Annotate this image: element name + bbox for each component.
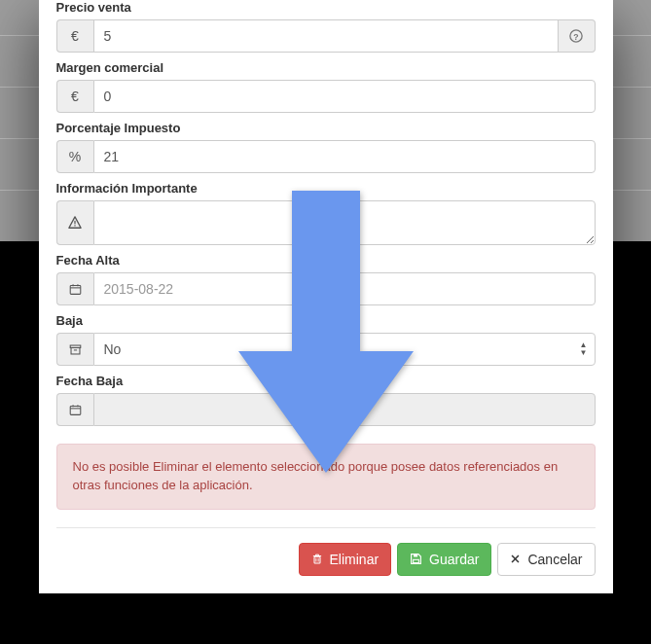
cancelar-button[interactable]: Cancelar xyxy=(497,543,595,576)
guardar-button[interactable]: Guardar xyxy=(397,543,491,576)
input-fecha-baja xyxy=(93,393,596,426)
label-precio-venta: Precio venta xyxy=(56,0,596,15)
calendar-icon xyxy=(56,393,93,426)
modal-footer: Eliminar Guardar Cancelar xyxy=(56,527,596,576)
close-icon xyxy=(510,554,521,564)
guardar-button-label: Guardar xyxy=(429,552,479,567)
field-fecha-alta: Fecha Alta xyxy=(56,253,596,305)
label-margen-comercial: Margen comercial xyxy=(56,60,596,75)
field-baja: Baja No ▲▼ xyxy=(56,313,596,366)
input-fecha-alta[interactable] xyxy=(93,272,596,305)
svg-rect-11 xyxy=(70,406,81,414)
error-alert: No es posible Eliminar el elemento selec… xyxy=(56,444,596,510)
warning-icon xyxy=(56,200,93,245)
svg-rect-4 xyxy=(70,285,81,294)
archive-icon xyxy=(56,333,93,366)
label-fecha-alta: Fecha Alta xyxy=(56,253,596,268)
field-fecha-baja: Fecha Baja xyxy=(56,374,596,426)
input-precio-venta[interactable] xyxy=(93,19,559,53)
label-info-importante: Información Importante xyxy=(56,181,596,196)
svg-rect-22 xyxy=(414,560,419,563)
svg-rect-3 xyxy=(74,225,75,226)
field-info-importante: Información Importante xyxy=(56,181,596,245)
modal-form: Precio venta € ? Margen comercial € Porc… xyxy=(39,0,613,593)
euro-icon: € xyxy=(56,19,93,53)
eliminar-button-label: Eliminar xyxy=(330,552,380,567)
eliminar-button[interactable]: Eliminar xyxy=(299,543,392,576)
calendar-icon xyxy=(56,272,93,305)
svg-rect-2 xyxy=(74,221,75,225)
field-precio-venta: Precio venta € ? xyxy=(56,0,596,53)
field-margen-comercial: Margen comercial € xyxy=(56,60,596,113)
svg-text:?: ? xyxy=(573,32,578,42)
textarea-info-importante[interactable] xyxy=(93,200,596,245)
label-porcentaje-impuesto: Porcentaje Impuesto xyxy=(56,121,596,135)
trash-icon xyxy=(311,553,323,565)
svg-rect-23 xyxy=(414,555,417,556)
svg-rect-9 xyxy=(71,347,80,354)
error-alert-text: No es posible Eliminar el elemento selec… xyxy=(73,459,559,492)
label-fecha-baja: Fecha Baja xyxy=(56,374,596,388)
save-icon xyxy=(410,553,422,565)
cancelar-button-label: Cancelar xyxy=(527,552,582,567)
label-baja: Baja xyxy=(56,313,596,328)
input-porcentaje-impuesto[interactable] xyxy=(93,140,596,173)
percent-icon: % xyxy=(56,140,93,173)
select-baja[interactable]: No xyxy=(93,333,596,366)
help-icon[interactable]: ? xyxy=(559,19,596,53)
svg-rect-15 xyxy=(314,556,320,563)
input-margen-comercial[interactable] xyxy=(93,80,596,113)
field-porcentaje-impuesto: Porcentaje Impuesto % xyxy=(56,121,596,173)
euro-icon: € xyxy=(56,80,93,113)
